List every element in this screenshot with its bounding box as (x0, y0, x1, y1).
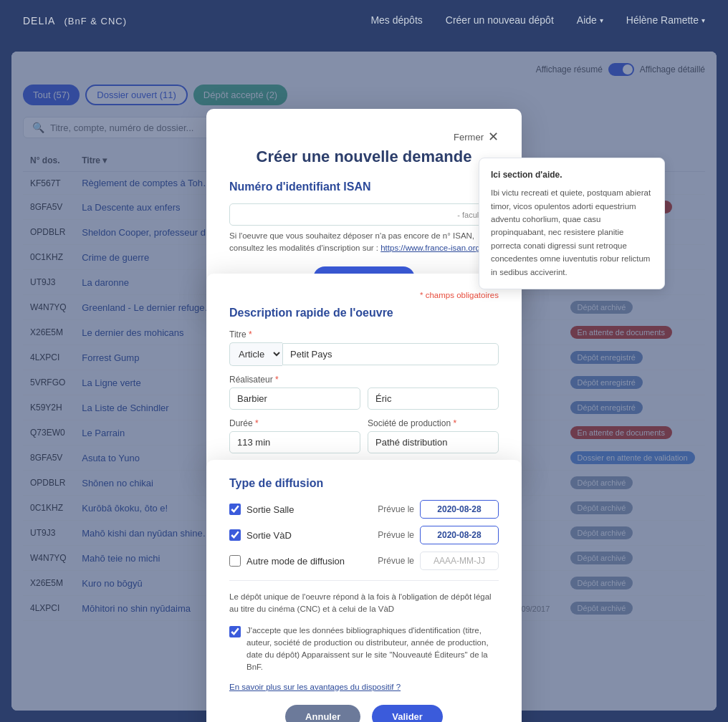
prevue-le-autre: Prévue le (378, 556, 414, 566)
sortie-vad-row: Sortie VàD Prévue le (229, 526, 499, 544)
legal-text: Le dépôt unique de l'oeuvre répond à la … (229, 591, 499, 616)
help-tooltip: Ici section d'aide. Ibi victu recreati e… (479, 158, 665, 289)
description-section-title: Description rapide de l'oeuvre (229, 307, 499, 319)
autre-mode-label[interactable]: Autre mode de diffusion (229, 555, 378, 567)
modal-diffusion: Type de diffusion Sortie Salle Prévue le… (206, 460, 522, 722)
tooltip-text: Ibi victu recreati et quiete, postquam a… (491, 186, 653, 279)
tooltip-title: Ici section d'aide. (491, 168, 653, 182)
date-autre-input[interactable] (420, 552, 499, 570)
modal-title: Créer une nouvelle demande (229, 148, 499, 166)
titre-input[interactable] (282, 343, 499, 365)
societe-label: Société de production * (368, 418, 499, 428)
autre-mode-row: Autre mode de diffusion Prévue le (229, 552, 499, 570)
sortie-salle-row: Sortie Salle Prévue le (229, 500, 499, 519)
modal-description: * champs obligatoires Description rapide… (206, 274, 522, 479)
duree-label: Durée * (229, 418, 360, 428)
isan-link[interactable]: https://www.france-isan.org/ (380, 244, 482, 252)
consent-row: J'accepte que les données bibliographiqu… (229, 625, 499, 674)
header-nav: Mes dépôts Créer un nouveau dépôt Aide H… (370, 14, 705, 26)
main-content: Affichage résumé Affichage détaillé Tout… (11, 52, 717, 711)
prevue-le-vad: Prévue le (378, 530, 414, 540)
required-note: * champs obligatoires (229, 291, 499, 299)
nav-aide[interactable]: Aide (577, 14, 603, 26)
diffusion-section-title: Type de diffusion (229, 477, 499, 490)
consent-link[interactable]: En savoir plus sur les avantages du disp… (229, 683, 401, 691)
sortie-salle-checkbox[interactable] (229, 504, 241, 515)
sortie-vad-checkbox[interactable] (229, 529, 241, 541)
date-vad-input[interactable] (420, 526, 499, 544)
realisateur-nom-input[interactable] (368, 388, 499, 410)
logo: DELIA (BnF & CNC) (23, 13, 127, 28)
prevue-le-salle: Prévue le (378, 504, 414, 514)
annuler-button[interactable]: Annuler (285, 705, 360, 722)
titre-label: Titre * (229, 329, 499, 340)
societe-input[interactable] (368, 431, 499, 453)
consent-text: J'accepte que les données bibliographiqu… (246, 625, 499, 674)
nav-mes-depots[interactable]: Mes dépôts (370, 14, 422, 26)
autre-mode-checkbox[interactable] (229, 555, 241, 567)
isan-section-title: Numéro d'identifiant ISAN (229, 180, 499, 193)
isan-hint: Si l'oeuvre que vous souhaitez déposer n… (229, 230, 499, 255)
sortie-vad-label[interactable]: Sortie VàD (229, 529, 378, 541)
article-select[interactable]: Article (229, 342, 282, 366)
valider-button[interactable]: Valider (372, 705, 443, 722)
duree-input[interactable] (229, 431, 360, 453)
sortie-salle-label[interactable]: Sortie Salle (229, 504, 378, 515)
nav-creer-depot[interactable]: Créer un nouveau dépôt (446, 14, 554, 26)
realisateur-label: Réalisateur * (229, 375, 499, 385)
action-row: Annuler Valider (229, 705, 499, 722)
nav-user[interactable]: Hélène Ramette (626, 14, 705, 26)
modal-close-label[interactable]: Fermer (454, 132, 484, 143)
date-salle-input[interactable] (420, 500, 499, 519)
realisateur-prenom-input[interactable] (229, 388, 360, 410)
modal-close-button[interactable]: ✕ (488, 129, 499, 145)
header: DELIA (BnF & CNC) Mes dépôts Créer un no… (0, 0, 728, 40)
titre-row: Article (229, 342, 499, 366)
consent-checkbox[interactable] (229, 626, 241, 637)
